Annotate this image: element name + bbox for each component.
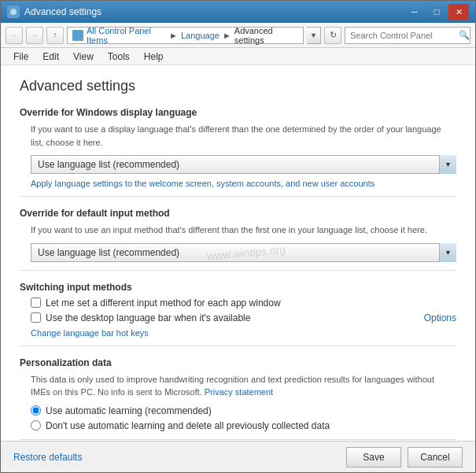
menu-file[interactable]: File — [7, 50, 35, 64]
menu-tools[interactable]: Tools — [101, 50, 136, 64]
minimize-button[interactable]: ─ — [404, 4, 425, 20]
display-language-dropdown[interactable]: Use language list (recommended) — [31, 155, 456, 174]
title-bar-left: ⚙ Advanced settings — [7, 6, 101, 18]
save-button[interactable]: Save — [346, 447, 401, 467]
path-root[interactable]: All Control Panel Items — [87, 26, 166, 45]
bottom-bar: Restore defaults Save Cancel — [1, 441, 475, 472]
divider-2 — [20, 270, 456, 271]
address-bar[interactable]: All Control Panel Items ► Language ► Adv… — [67, 27, 304, 44]
up-button[interactable]: ↑ — [46, 27, 64, 44]
path-current: Advanced settings — [234, 26, 298, 45]
restore-defaults-link[interactable]: Restore defaults — [13, 452, 82, 463]
search-icon[interactable]: 🔍 — [459, 30, 470, 40]
section1-desc: If you want to use a display language th… — [20, 123, 456, 149]
change-hotkeys-link[interactable]: Change language bar hot keys — [31, 328, 456, 338]
main-window: ⚙ Advanced settings ─ □ ✕ ← → ↑ All Cont… — [0, 0, 476, 473]
section1-title: Override for Windows display language — [20, 107, 456, 118]
search-input[interactable] — [350, 31, 459, 40]
navigation-bar: ← → ↑ All Control Panel Items ► Language… — [1, 23, 475, 48]
section2-title: Override for default input method — [20, 208, 456, 219]
window-icon: ⚙ — [7, 6, 20, 18]
radio1-label: Use automatic learning (recommended) — [46, 405, 212, 416]
path-mid[interactable]: Language — [181, 31, 220, 40]
close-button[interactable]: ✕ — [448, 4, 469, 20]
forward-button[interactable]: → — [26, 27, 43, 44]
page-title: Advanced settings — [20, 78, 456, 94]
address-dropdown-button[interactable]: ▼ — [307, 27, 321, 44]
path-separator-1: ► — [169, 31, 178, 40]
privacy-statement-link[interactable]: Privacy statement — [205, 387, 273, 397]
checkbox1-row: Let me set a different input method for … — [31, 297, 456, 309]
path-separator-2: ► — [223, 31, 231, 40]
radio1-row: Use automatic learning (recommended) — [31, 405, 456, 416]
options-link[interactable]: Options — [424, 312, 456, 323]
content-area: www.wintips.org Advanced settings Overri… — [1, 65, 475, 441]
auto-learning-radio[interactable] — [31, 405, 41, 416]
menu-edit[interactable]: Edit — [36, 50, 65, 64]
section4-title: Personalization data — [20, 357, 456, 368]
display-language-dropdown-container: Use language list (recommended) ▼ — [31, 155, 456, 174]
window-title: Advanced settings — [24, 6, 101, 17]
no-learning-radio[interactable] — [31, 420, 41, 431]
section4-desc: This data is only used to improve handwr… — [20, 373, 456, 399]
radio2-label: Don't use automatic learning and delete … — [46, 420, 330, 431]
divider-1 — [20, 196, 456, 197]
section3-title: Switching input methods — [20, 282, 456, 293]
per-app-input-checkbox[interactable] — [31, 297, 41, 308]
refresh-button[interactable]: ↻ — [324, 27, 341, 44]
apply-language-settings-link[interactable]: Apply language settings to the welcome s… — [31, 179, 456, 188]
input-method-dropdown-container: Use language list (recommended) ▼ — [31, 243, 456, 262]
maximize-button[interactable]: □ — [426, 4, 447, 20]
title-bar-controls: ─ □ ✕ — [404, 4, 469, 20]
divider-4 — [20, 439, 456, 440]
checkbox2-row: Use the desktop language bar when it's a… — [31, 312, 456, 323]
checkbox2-label: Use the desktop language bar when it's a… — [46, 312, 250, 323]
search-box[interactable]: 🔍 — [345, 27, 470, 44]
input-method-dropdown[interactable]: Use language list (recommended) — [31, 243, 456, 262]
radio2-row: Don't use automatic learning and delete … — [31, 420, 456, 431]
menu-help[interactable]: Help — [138, 50, 170, 64]
section2-desc: If you want to use an input method that'… — [20, 224, 456, 237]
back-button[interactable]: ← — [6, 27, 23, 44]
path-icon — [72, 30, 83, 41]
menu-view[interactable]: View — [67, 50, 100, 64]
menu-bar: File Edit View Tools Help — [1, 48, 475, 65]
bottom-buttons: Save Cancel — [346, 447, 463, 467]
checkbox1-label: Let me set a different input method for … — [46, 297, 281, 309]
svg-text:⚙: ⚙ — [11, 9, 16, 15]
cancel-button[interactable]: Cancel — [408, 447, 463, 467]
desktop-language-bar-checkbox[interactable] — [31, 312, 41, 323]
divider-3 — [20, 346, 456, 346]
title-bar: ⚙ Advanced settings ─ □ ✕ — [1, 1, 475, 23]
